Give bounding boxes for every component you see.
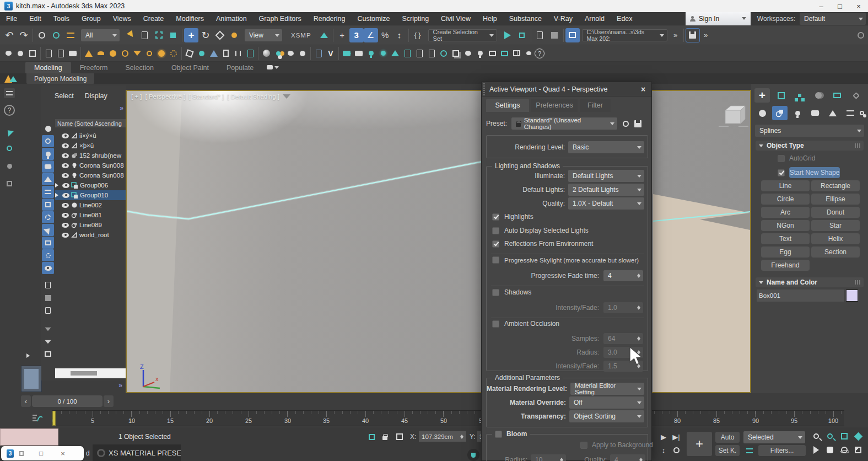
- tab-motion[interactable]: [811, 88, 826, 103]
- reference-coordinate-dropdown[interactable]: View: [245, 29, 282, 41]
- viewport-menu-renderer[interactable]: [ Standard* ]: [188, 93, 224, 100]
- menu-customize[interactable]: Customize: [351, 12, 396, 25]
- sun-burst-icon[interactable]: [168, 47, 180, 60]
- menu-file[interactable]: File: [0, 12, 23, 25]
- curve-editor-mini-icon[interactable]: [31, 411, 44, 426]
- ribbon-tab-populate[interactable]: Populate: [218, 62, 262, 73]
- start-new-shape-button[interactable]: Start New Shape: [789, 167, 840, 178]
- toggle-lights-icon[interactable]: [42, 148, 54, 160]
- selection-filter-dropdown[interactable]: All: [81, 29, 120, 41]
- toggle-geometry-icon[interactable]: [42, 122, 54, 135]
- go-to-end-icon[interactable]: ▶|: [670, 431, 682, 443]
- button-line[interactable]: Line: [761, 180, 810, 191]
- close-button[interactable]: ×: [849, 0, 868, 12]
- quad-viewport-icon[interactable]: [510, 47, 522, 60]
- button-rectangle[interactable]: Rectangle: [811, 180, 860, 191]
- expand-panel-icon[interactable]: [24, 351, 34, 360]
- mat-level-dropdown[interactable]: Material Editor Setting: [570, 383, 644, 395]
- nav-person-icon[interactable]: [4, 161, 14, 171]
- autoback-save-icon[interactable]: [686, 28, 700, 42]
- explorer-overflow-icon[interactable]: »: [120, 104, 123, 112]
- explorer-hscrollbar[interactable]: [55, 368, 126, 378]
- angle-snap-icon[interactable]: ∠: [364, 28, 378, 42]
- material-editor-icon[interactable]: [284, 47, 296, 60]
- teapot-small-icon[interactable]: [522, 47, 535, 60]
- menu-graph-editors[interactable]: Graph Editors: [253, 12, 308, 25]
- tab-utilities[interactable]: [848, 88, 864, 103]
- auto-key-button[interactable]: Auto: [715, 432, 740, 443]
- toggle-cameras-icon[interactable]: [42, 160, 54, 173]
- samples-spinner[interactable]: 64: [603, 333, 643, 344]
- menu-vray[interactable]: V-Ray: [548, 12, 579, 25]
- menu-edex[interactable]: Edex: [611, 12, 639, 25]
- visibility-eye-icon[interactable]: [62, 163, 69, 168]
- select-and-place-icon[interactable]: [227, 28, 241, 42]
- preset-save-icon[interactable]: [632, 117, 644, 130]
- ribbon-tab-modeling[interactable]: Modeling: [25, 62, 71, 73]
- percent-snap-icon[interactable]: %: [378, 28, 392, 42]
- sphere-light-icon[interactable]: [107, 47, 119, 60]
- ribbon-options-icon[interactable]: [267, 61, 279, 73]
- scrollbar-thumb[interactable]: [71, 371, 97, 376]
- default-lights-dropdown[interactable]: 2 Default Lights: [568, 184, 644, 196]
- add-camera-icon[interactable]: [353, 47, 365, 60]
- menu-tools[interactable]: Tools: [47, 12, 76, 25]
- filter-gear-icon[interactable]: [42, 323, 54, 335]
- window-crossing-icon[interactable]: [166, 28, 180, 42]
- scene-row[interactable]: Group006: [55, 180, 126, 190]
- time-configuration-icon[interactable]: [670, 444, 682, 456]
- explorer-column-header[interactable]: Name (Sorted Ascending: [55, 119, 126, 127]
- menu-help[interactable]: Help: [477, 12, 503, 25]
- next-frame-button[interactable]: ›: [104, 395, 114, 407]
- play-monitor-icon[interactable]: [498, 47, 510, 60]
- dialog-tab-settings[interactable]: Settings: [486, 99, 529, 112]
- menu-arnold[interactable]: Arnold: [579, 12, 611, 25]
- zoom-subobject-icon[interactable]: [824, 430, 836, 442]
- viewport-layout-tab[interactable]: [21, 366, 42, 392]
- create-geometry-icon[interactable]: [754, 106, 770, 120]
- bloom-quality-spinner[interactable]: 4: [610, 454, 645, 461]
- shadows-checkbox[interactable]: [492, 289, 499, 296]
- ribbon-tab-selection[interactable]: Selection: [116, 62, 162, 73]
- menu-substance[interactable]: Substance: [503, 12, 548, 25]
- thumb-view-icon[interactable]: [42, 292, 54, 304]
- light-gear-icon[interactable]: [474, 47, 486, 60]
- select-and-move-icon[interactable]: +: [184, 28, 198, 42]
- visibility-eye-icon[interactable]: [62, 203, 69, 208]
- dialog-tab-filter[interactable]: Filter: [580, 99, 611, 112]
- detail-view-icon[interactable]: [42, 304, 54, 317]
- sun-light-icon[interactable]: [155, 47, 168, 60]
- transparency-dropdown[interactable]: Object Sorting: [569, 410, 644, 422]
- time-slider[interactable]: [52, 411, 56, 426]
- select-by-name-icon[interactable]: [137, 28, 152, 42]
- layered-pages-icon[interactable]: [450, 47, 462, 60]
- shield-icon[interactable]: [467, 449, 479, 461]
- toggle-shapes-icon[interactable]: [42, 135, 54, 147]
- selected-filter-dropdown[interactable]: Selected: [743, 431, 805, 443]
- workspace-dropdown[interactable]: Default: [800, 13, 866, 25]
- create-lights-icon[interactable]: [790, 106, 805, 120]
- frame-counter[interactable]: 0 / 100: [32, 395, 103, 407]
- preset-gear-icon[interactable]: [619, 117, 632, 130]
- toggle-helpers-icon[interactable]: [42, 173, 54, 185]
- absolute-mode-icon[interactable]: [393, 431, 406, 443]
- render-setup-icon[interactable]: [26, 47, 39, 60]
- highlights-checkbox[interactable]: [492, 213, 499, 221]
- filter-funnel-icon[interactable]: [42, 335, 54, 347]
- undo-icon[interactable]: ↶: [2, 28, 17, 42]
- create-shapes-icon[interactable]: [772, 106, 788, 120]
- tree-page-icon[interactable]: [425, 47, 438, 60]
- preview-close-icon[interactable]: ×: [61, 449, 65, 458]
- scene-row[interactable]: Corona Sun008: [55, 160, 126, 170]
- pan-hand-icon[interactable]: [824, 444, 836, 456]
- list-view-icon[interactable]: [42, 279, 54, 291]
- visibility-eye-icon[interactable]: [62, 133, 69, 138]
- tower-icon[interactable]: [208, 47, 220, 60]
- named-selection-set-dropdown[interactable]: Create Selection Set: [428, 29, 497, 41]
- toggle-hidden-icon[interactable]: [42, 262, 54, 274]
- toolbar-overflow2-icon[interactable]: »: [700, 29, 712, 41]
- orbit-icon[interactable]: [838, 444, 850, 456]
- minimize-button[interactable]: –: [812, 0, 831, 12]
- menu-create[interactable]: Create: [137, 12, 170, 25]
- filters-button[interactable]: Filters...: [758, 445, 806, 456]
